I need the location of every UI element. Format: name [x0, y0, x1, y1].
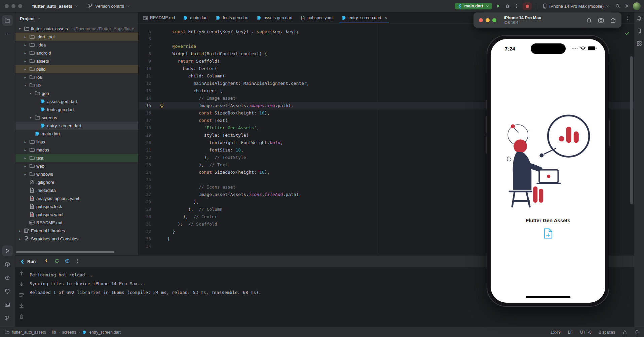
chevron-right-icon[interactable]: ▸: [23, 59, 28, 63]
scroll-to-end-icon[interactable]: [19, 303, 24, 309]
line-separator[interactable]: LF: [568, 330, 573, 335]
line-number[interactable]: 24: [139, 169, 152, 176]
tree-item[interactable]: ▸linux: [15, 138, 138, 146]
simulator-home-button[interactable]: [586, 17, 592, 23]
chevron-right-icon[interactable]: ▸: [23, 148, 28, 152]
tree-item[interactable]: pubspec.lock: [15, 202, 138, 210]
devtools-icon[interactable]: [65, 258, 70, 265]
tab-README.md[interactable]: README.md: [139, 12, 179, 23]
line-number[interactable]: 20: [139, 139, 152, 146]
search-button[interactable]: [615, 3, 621, 9]
vcs-widget[interactable]: Version control: [86, 2, 132, 10]
simulator-zoom-button[interactable]: [492, 18, 496, 22]
tab-pubspec.yaml[interactable]: pubspec.yaml: [296, 12, 337, 23]
tree-item[interactable]: README.md: [15, 218, 138, 227]
line-number[interactable]: 7: [139, 43, 152, 50]
line-number[interactable]: 29: [139, 206, 152, 213]
tree-item[interactable]: ▸android: [15, 49, 138, 57]
tree-item[interactable]: fonts.gen.dart: [15, 105, 138, 113]
down-stack-trace-icon[interactable]: [19, 281, 24, 288]
chevron-right-icon[interactable]: ▸: [23, 35, 28, 39]
more-tool-windows-icon[interactable]: [2, 29, 13, 39]
tree-item[interactable]: ▸build: [15, 65, 138, 73]
run-button[interactable]: [495, 3, 501, 9]
run-tool-icon[interactable]: [2, 245, 13, 256]
stop-button[interactable]: [523, 2, 532, 10]
line-number[interactable]: 14: [139, 95, 152, 102]
indent-style[interactable]: 2 spaces: [599, 330, 615, 335]
code-line[interactable]: 5 const EntryScreen({Key? key}) : super(…: [139, 28, 634, 35]
tree-item[interactable]: ▾flutter_auto_assets~/Documents/Flutter_…: [15, 25, 138, 33]
line-number[interactable]: 22: [139, 154, 152, 161]
line-number[interactable]: 25: [139, 176, 152, 183]
home-indicator[interactable]: [526, 296, 570, 298]
line-number[interactable]: 10: [139, 65, 152, 72]
line-number[interactable]: 32: [139, 228, 152, 235]
breadcrumb-item[interactable]: entry_screen.dart: [89, 330, 120, 335]
chevron-right-icon[interactable]: ▸: [23, 75, 28, 79]
chevron-down-icon[interactable]: ▾: [17, 27, 22, 31]
zoom-window-button[interactable]: [18, 4, 22, 8]
line-number[interactable]: 23: [139, 161, 152, 169]
close-tab-icon[interactable]: ×: [384, 15, 387, 20]
line-number[interactable]: 16: [139, 109, 152, 117]
version-control-tool-icon[interactable]: [2, 313, 13, 324]
chevron-down-icon[interactable]: ▾: [28, 92, 33, 95]
problems-tool-icon[interactable]: [2, 272, 13, 283]
line-number[interactable]: 30: [139, 213, 152, 221]
tree-item[interactable]: ▸windows: [15, 170, 138, 178]
device-manager-icon[interactable]: [637, 28, 642, 35]
tree-item[interactable]: ▸macos: [15, 146, 138, 154]
clear-console-icon[interactable]: [19, 314, 24, 320]
soft-wrap-icon[interactable]: [19, 292, 24, 299]
simulator-screenshot-button[interactable]: [598, 17, 604, 23]
user-avatar[interactable]: [633, 2, 641, 10]
build-tool-icon[interactable]: [2, 259, 13, 270]
line-number[interactable]: 18: [139, 124, 152, 132]
tree-item[interactable]: ▸.dart_tool: [15, 33, 138, 41]
chevron-right-icon[interactable]: ▸: [23, 43, 28, 47]
tree-item[interactable]: ▸External Libraries: [15, 227, 138, 235]
notifications-icon[interactable]: [637, 16, 642, 22]
tree-item[interactable]: ▸ios: [15, 73, 138, 81]
more-run-actions-button[interactable]: [514, 3, 520, 9]
chevron-right-icon[interactable]: ▸: [23, 164, 28, 168]
debug-button[interactable]: [504, 3, 510, 9]
tree-item[interactable]: .gitignore: [15, 178, 138, 186]
breadcrumb-item[interactable]: lib: [52, 330, 56, 335]
line-number[interactable]: 28: [139, 198, 152, 206]
line-number[interactable]: 8: [139, 50, 152, 58]
project-tool-icon[interactable]: [2, 15, 13, 26]
chevron-down-icon[interactable]: ▾: [23, 83, 28, 87]
tab-entry_screen.dart[interactable]: entry_screen.dart×: [337, 12, 391, 23]
notifications-icon[interactable]: [635, 330, 639, 335]
line-number[interactable]: 34: [139, 243, 152, 250]
tree-item[interactable]: pubspec.yaml: [15, 210, 138, 218]
tree-item[interactable]: .metadata: [15, 186, 138, 194]
chevron-right-icon[interactable]: ▸: [23, 51, 28, 55]
line-number[interactable]: 15: [139, 102, 152, 109]
line-number[interactable]: 27: [139, 191, 152, 198]
simulator-close-button[interactable]: [479, 18, 483, 22]
line-number[interactable]: 26: [139, 183, 152, 191]
chevron-right-icon[interactable]: ▸: [23, 67, 28, 71]
simulator-screen[interactable]: 7:24: [491, 39, 605, 303]
simulator-minimize-button[interactable]: [486, 18, 490, 22]
tree-item[interactable]: analysis_options.yaml: [15, 194, 138, 202]
line-number[interactable]: 13: [139, 87, 152, 95]
line-number[interactable]: 19: [139, 132, 152, 139]
tree-item[interactable]: ▸.idea: [15, 41, 138, 49]
readonly-lock-icon[interactable]: [622, 330, 627, 335]
line-number[interactable]: 21: [139, 146, 152, 154]
tab-options-button[interactable]: [625, 15, 631, 21]
project-scrollbar[interactable]: [16, 251, 114, 253]
line-number[interactable]: 31: [139, 221, 152, 228]
tree-item[interactable]: ▾lib: [15, 81, 138, 89]
line-number[interactable]: 33: [139, 235, 152, 243]
run-tab[interactable]: Run: [20, 259, 36, 264]
line-number[interactable]: 12: [139, 80, 152, 87]
up-stack-trace-icon[interactable]: [19, 271, 24, 277]
chevron-right-icon[interactable]: ▸: [17, 237, 22, 241]
breadcrumb-item[interactable]: flutter_auto_assets: [12, 330, 46, 335]
tree-item[interactable]: ▸web: [15, 162, 138, 170]
